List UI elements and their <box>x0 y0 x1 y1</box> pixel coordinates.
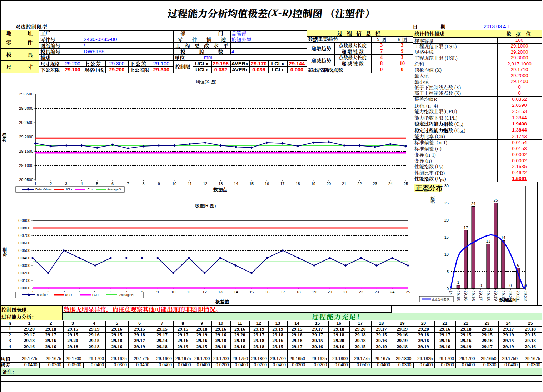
svg-text:20: 20 <box>444 218 449 222</box>
svg-text:0.0300: 0.0300 <box>18 263 30 268</box>
svg-text:16: 16 <box>265 290 269 294</box>
svg-text:13: 13 <box>218 182 223 186</box>
svg-text:LCLr: LCLr <box>92 293 99 297</box>
svg-text:数据点: 数据点 <box>213 187 228 192</box>
svg-text:22: 22 <box>357 182 362 186</box>
svg-text:18: 18 <box>296 290 300 294</box>
svg-text:0.0200: 0.0200 <box>18 271 30 275</box>
svg-text:0.0400: 0.0400 <box>18 256 30 260</box>
svg-text:24: 24 <box>390 290 394 294</box>
svg-text:29.17: 29.17 <box>479 291 483 301</box>
svg-text:正态分布曲线: 正态分布曲线 <box>432 298 449 301</box>
svg-text:7: 7 <box>127 182 129 186</box>
svg-text:8: 8 <box>142 182 144 186</box>
svg-text:0.0600: 0.0600 <box>18 241 30 245</box>
svg-text:11: 11 <box>188 182 191 186</box>
svg-text:29.15: 29.15 <box>456 291 460 301</box>
svg-text:29.19: 29.19 <box>494 291 498 301</box>
svg-text:3: 3 <box>65 182 67 186</box>
svg-text:21: 21 <box>342 182 346 186</box>
svg-text:15: 15 <box>249 182 254 186</box>
svg-text:1: 1 <box>457 280 459 284</box>
svg-text:Data Values: Data Values <box>35 188 52 191</box>
svg-text:频数: 频数 <box>430 196 435 205</box>
svg-text:24: 24 <box>471 202 475 206</box>
svg-text:均值: 均值 <box>2 132 7 142</box>
svg-text:29.18: 29.18 <box>486 291 490 301</box>
svg-text:25: 25 <box>404 182 408 186</box>
svg-text:19: 19 <box>311 182 315 186</box>
svg-text:0.0000: 0.0000 <box>18 286 30 290</box>
svg-text:0: 0 <box>509 283 512 288</box>
svg-text:25: 25 <box>406 290 410 294</box>
svg-text:12: 12 <box>203 182 207 186</box>
svg-text:25: 25 <box>493 198 498 202</box>
svg-text:29.22: 29.22 <box>523 291 528 301</box>
svg-text:Average R: Average R <box>119 293 134 297</box>
svg-text:R Value: R Value <box>37 293 48 297</box>
svg-text:0.0700: 0.0700 <box>18 233 30 238</box>
svg-text:14: 14 <box>234 182 238 186</box>
svg-text:17: 17 <box>280 182 284 186</box>
svg-text:20: 20 <box>328 290 332 294</box>
svg-text:29.16: 29.16 <box>464 291 468 301</box>
svg-text:24: 24 <box>388 182 393 186</box>
svg-text:6: 6 <box>111 182 114 186</box>
svg-text:数据区间: 数据区间 <box>499 297 517 302</box>
svg-text:UCLr: UCLr <box>65 293 72 297</box>
svg-text:极差(R-图): 极差(R-图) <box>195 203 216 208</box>
svg-text:25: 25 <box>444 201 449 205</box>
svg-text:15: 15 <box>249 290 254 294</box>
svg-text:Average X: Average X <box>107 188 121 191</box>
svg-text:10: 10 <box>172 182 176 186</box>
svg-text:0: 0 <box>447 287 449 291</box>
svg-text:极差值: 极差值 <box>215 299 229 304</box>
svg-text:2: 2 <box>50 182 52 186</box>
svg-text:17: 17 <box>464 225 468 230</box>
svg-text:13: 13 <box>218 290 222 294</box>
svg-text:23: 23 <box>373 182 377 186</box>
svg-text:LCLx: LCLx <box>86 188 93 191</box>
svg-text:29.1500: 29.1500 <box>19 149 33 153</box>
svg-text:20: 20 <box>327 182 331 186</box>
svg-text:29.16: 29.16 <box>471 291 475 301</box>
svg-text:14: 14 <box>234 290 238 294</box>
svg-text:极差: 极差 <box>2 247 7 257</box>
svg-text:10: 10 <box>444 252 449 257</box>
svg-text:23: 23 <box>374 290 379 294</box>
svg-text:21: 21 <box>343 290 348 294</box>
svg-text:14: 14 <box>449 291 453 295</box>
svg-text:0.0800: 0.0800 <box>18 226 30 230</box>
svg-text:11: 11 <box>187 290 191 294</box>
svg-text:4: 4 <box>81 182 83 186</box>
svg-text:29.1000: 29.1000 <box>19 163 33 168</box>
svg-text:29.2500: 29.2500 <box>19 120 33 125</box>
svg-text:0: 0 <box>480 283 482 288</box>
svg-text:13: 13 <box>486 239 490 243</box>
svg-text:6: 6 <box>517 263 519 267</box>
svg-text:5: 5 <box>447 269 449 274</box>
svg-text:29.3000: 29.3000 <box>19 106 33 110</box>
svg-text:16: 16 <box>265 182 269 186</box>
svg-text:9: 9 <box>156 290 159 294</box>
svg-text:0.0100: 0.0100 <box>18 278 30 283</box>
svg-text:正态分布: 正态分布 <box>415 184 443 192</box>
svg-text:29.21: 29.21 <box>516 291 520 301</box>
svg-text:0.0900: 0.0900 <box>18 218 30 223</box>
svg-text:15: 15 <box>444 235 449 239</box>
svg-text:5: 5 <box>96 182 98 186</box>
svg-text:12: 12 <box>203 290 207 294</box>
svg-text:17: 17 <box>281 290 285 294</box>
svg-text:19: 19 <box>312 290 316 294</box>
svg-text:均值(X-图): 均值(X-图) <box>195 79 216 84</box>
svg-text:0.0500: 0.0500 <box>18 248 30 253</box>
svg-text:29.2000: 29.2000 <box>19 135 33 139</box>
svg-text:1: 1 <box>34 182 36 186</box>
svg-text:29.0500: 29.0500 <box>19 178 33 182</box>
svg-text:30: 30 <box>444 184 449 188</box>
svg-text:9: 9 <box>158 182 160 186</box>
svg-text:29.3500: 29.3500 <box>19 92 33 96</box>
svg-text:18: 18 <box>295 182 300 186</box>
svg-text:22: 22 <box>359 290 363 294</box>
svg-text:UCLx: UCLx <box>65 188 73 191</box>
